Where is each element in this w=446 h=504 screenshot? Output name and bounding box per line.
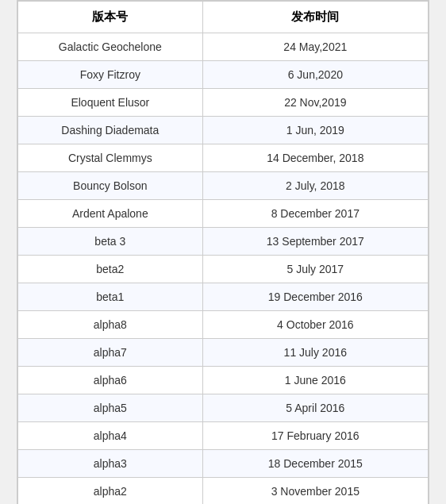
cell-date: 6 Jun,2020 [202,61,428,89]
header-version: 版本号 [18,2,203,33]
table-row: beta 313 September 2017 [18,228,429,256]
table-row: Dashing Diademata1 Jun, 2019 [18,117,429,144]
cell-date: 2 July, 2018 [202,172,428,200]
cell-version: alpha6 [18,367,203,394]
cell-date: 1 Jun, 2019 [202,117,428,144]
table-row: Eloquent Elusor22 Nov,2019 [18,89,429,117]
cell-date: 13 September 2017 [202,228,428,256]
table-header-row: 版本号 发布时间 [18,2,429,33]
cell-date: 11 July 2016 [202,339,428,367]
table-row: alpha61 June 2016 [18,367,429,394]
cell-version: beta1 [18,283,203,311]
cell-date: 17 February 2016 [202,422,428,450]
cell-version: Galactic Geochelone [18,33,203,61]
header-release-date: 发布时间 [202,2,428,33]
cell-date: 19 December 2016 [202,283,428,311]
table-row: alpha318 December 2015 [18,450,429,478]
cell-version: alpha5 [18,394,203,422]
cell-version: Bouncy Bolson [18,172,203,200]
cell-version: alpha7 [18,339,203,367]
cell-date: 4 October 2016 [202,311,428,339]
table-row: alpha711 July 2016 [18,339,429,367]
version-table-container: 版本号 发布时间 Galactic Geochelone24 May,2021F… [17,0,429,504]
cell-date: 24 May,2021 [202,33,428,61]
table-row: alpha417 February 2016 [18,422,429,450]
cell-version: alpha4 [18,422,203,450]
cell-version: Crystal Clemmys [18,144,203,172]
table-row: alpha55 April 2016 [18,394,429,422]
table-row: alpha84 October 2016 [18,311,429,339]
cell-date: 5 April 2016 [202,394,428,422]
table-row: Crystal Clemmys14 December, 2018 [18,144,429,172]
cell-version: alpha2 [18,478,203,505]
cell-date: 18 December 2015 [202,450,428,478]
table-row: beta25 July 2017 [18,256,429,283]
cell-version: Foxy Fitzroy [18,61,203,89]
table-row: Foxy Fitzroy6 Jun,2020 [18,61,429,89]
table-row: Ardent Apalone8 December 2017 [18,200,429,228]
cell-version: alpha3 [18,450,203,478]
cell-version: Dashing Diademata [18,117,203,144]
cell-date: 8 December 2017 [202,200,428,228]
cell-date: 1 June 2016 [202,367,428,394]
cell-date: 3 November 2015 [202,478,428,505]
cell-date: 5 July 2017 [202,256,428,283]
cell-version: beta2 [18,256,203,283]
cell-date: 14 December, 2018 [202,144,428,172]
table-row: beta119 December 2016 [18,283,429,311]
table-row: Bouncy Bolson2 July, 2018 [18,172,429,200]
cell-version: Ardent Apalone [18,200,203,228]
cell-version: beta 3 [18,228,203,256]
cell-version: alpha8 [18,311,203,339]
cell-version: Eloquent Elusor [18,89,203,117]
table-row: alpha23 November 2015 [18,478,429,505]
table-row: Galactic Geochelone24 May,2021 [18,33,429,61]
cell-date: 22 Nov,2019 [202,89,428,117]
version-table: 版本号 发布时间 Galactic Geochelone24 May,2021F… [17,1,429,504]
